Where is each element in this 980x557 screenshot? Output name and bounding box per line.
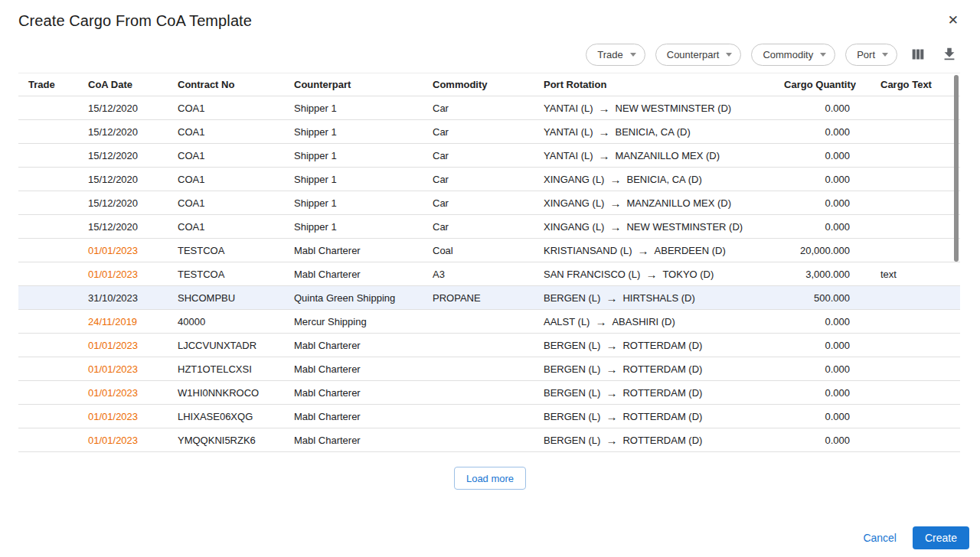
cell-contract-no: YMQQKNI5RZK6: [168, 435, 284, 446]
table-row[interactable]: 15/12/2020 COA1 Shipper 1 Car YANTAI (L)…: [18, 144, 960, 168]
cell-coa-date: 01/01/2023: [78, 435, 168, 446]
filter-trade-dropdown[interactable]: Trade: [586, 44, 645, 66]
arrow-right-icon: →: [606, 387, 617, 399]
cell-cargo-quantity: 20,000.000: [782, 245, 856, 256]
cell-port-rotation: AALST (L) → ABASHIRI (D): [534, 316, 782, 327]
table-row[interactable]: 24/11/2019 40000 Mercur Shipping AALST (…: [18, 310, 960, 334]
discharge-port: ROTTERDAM (D): [622, 411, 702, 422]
cell-commodity: Car: [423, 126, 534, 138]
cell-contract-no: COA1: [168, 221, 284, 233]
cell-coa-date: 24/11/2019: [78, 316, 168, 327]
cell-contract-no: COA1: [168, 150, 284, 161]
cell-port-rotation: YANTAI (L) → BENICIA, CA (D): [534, 126, 782, 138]
table-row[interactable]: 15/12/2020 COA1 Shipper 1 Car XINGANG (L…: [18, 168, 960, 191]
cell-cargo-quantity: 0.000: [782, 126, 856, 138]
filter-counterpart-dropdown[interactable]: Counterpart: [655, 44, 742, 66]
cell-coa-date: 15/12/2020: [78, 197, 168, 209]
table-row[interactable]: 15/12/2020 COA1 Shipper 1 Car XINGANG (L…: [18, 215, 960, 239]
discharge-port: ROTTERDAM (D): [622, 340, 702, 351]
download-icon[interactable]: [939, 44, 960, 65]
column-header-port-rotation: Port Rotation: [534, 79, 782, 90]
cell-port-rotation: BERGEN (L) → ROTTERDAM (D): [534, 387, 782, 399]
cell-cargo-quantity: 0.000: [782, 197, 856, 209]
arrow-right-icon: →: [645, 269, 657, 280]
column-header-counterpart: Counterpart: [284, 79, 423, 90]
dialog-title: Create Cargo From CoA Template: [18, 12, 252, 30]
cell-counterpart: Shipper 1: [284, 126, 423, 138]
table-header-row: Trade CoA Date Contract No Counterpart C…: [18, 73, 960, 96]
chevron-down-icon: [882, 53, 888, 57]
load-port: XINGANG (L): [544, 221, 604, 233]
cell-contract-no: 40000: [168, 316, 284, 327]
table-row[interactable]: 01/01/2023 HZT1OTELCXSI Mabl Charterer B…: [18, 357, 960, 381]
cell-commodity: Car: [423, 150, 534, 161]
cell-commodity: Car: [423, 174, 534, 185]
cell-cargo-quantity: 0.000: [782, 150, 856, 161]
cell-counterpart: Shipper 1: [284, 221, 423, 233]
table-row[interactable]: 31/10/2023 SHCOMPBU Quinta Green Shippin…: [18, 286, 960, 310]
cell-contract-no: TESTCOA: [168, 269, 284, 280]
discharge-port: ROTTERDAM (D): [622, 387, 702, 399]
discharge-port: BENICIA, CA (D): [626, 174, 701, 185]
cell-counterpart: Mabl Charterer: [284, 245, 423, 256]
arrow-right-icon: →: [606, 292, 617, 304]
cell-cargo-quantity: 3,000.000: [782, 269, 856, 280]
cell-cargo-quantity: 0.000: [782, 435, 856, 446]
discharge-port: TOKYO (D): [662, 269, 714, 280]
table-row[interactable]: 01/01/2023 YMQQKNI5RZK6 Mabl Charterer B…: [18, 428, 960, 452]
cell-port-rotation: XINGANG (L) → BENICIA, CA (D): [534, 174, 782, 185]
cell-counterpart: Mabl Charterer: [284, 363, 423, 375]
cell-counterpart: Mabl Charterer: [284, 411, 423, 422]
discharge-port: ROTTERDAM (D): [622, 363, 702, 375]
arrow-right-icon: →: [606, 411, 617, 422]
close-icon[interactable]: ✕: [945, 10, 962, 31]
vertical-scrollbar[interactable]: [954, 75, 959, 262]
filter-trade-label: Trade: [597, 49, 622, 60]
cell-contract-no: COA1: [168, 126, 284, 138]
create-button[interactable]: Create: [913, 526, 969, 549]
load-port: BERGEN (L): [544, 292, 600, 304]
filter-port-dropdown[interactable]: Port: [845, 44, 897, 66]
cell-cargo-quantity: 0.000: [782, 363, 856, 375]
discharge-port: MANZANILLO MEX (D): [616, 150, 720, 161]
table-row[interactable]: 01/01/2023 TESTCOA Mabl Charterer A3 SAN…: [18, 262, 960, 286]
table-row[interactable]: 01/01/2023 LJCCVUNXTADR Mabl Charterer B…: [18, 334, 960, 357]
discharge-port: MANZANILLO MEX (D): [626, 197, 731, 209]
load-port: KRISTIANSAND (L): [544, 245, 632, 256]
table-row[interactable]: 15/12/2020 COA1 Shipper 1 Car YANTAI (L)…: [18, 96, 960, 120]
chevron-down-icon: [820, 53, 826, 57]
cell-contract-no: COA1: [168, 103, 284, 114]
cell-coa-date: 01/01/2023: [78, 245, 168, 256]
load-more-button[interactable]: Load more: [454, 467, 526, 490]
column-header-contract-no: Contract No: [168, 79, 284, 90]
column-header-trade: Trade: [18, 79, 78, 90]
cell-commodity: A3: [423, 269, 534, 280]
cancel-button[interactable]: Cancel: [854, 527, 906, 549]
chevron-down-icon: [630, 53, 636, 57]
table-row[interactable]: 15/12/2020 COA1 Shipper 1 Car YANTAI (L)…: [18, 120, 960, 144]
cell-commodity: Car: [423, 197, 534, 209]
cell-coa-date: 15/12/2020: [78, 126, 168, 138]
cell-coa-date: 01/01/2023: [78, 363, 168, 375]
load-more-container: Load more: [0, 467, 980, 490]
cell-port-rotation: BERGEN (L) → ROTTERDAM (D): [534, 435, 782, 446]
cell-counterpart: Shipper 1: [284, 103, 423, 114]
table-row[interactable]: 01/01/2023 TESTCOA Mabl Charterer Coal K…: [18, 239, 960, 262]
discharge-port: NEW WESTMINSTER (D): [626, 221, 743, 233]
arrow-right-icon: →: [606, 363, 617, 375]
table-row[interactable]: 01/01/2023 W1HI0NNKROCO Mabl Charterer B…: [18, 381, 960, 405]
cell-port-rotation: SAN FRANCISCO (L) → TOKYO (D): [534, 269, 782, 280]
load-port: YANTAI (L): [544, 103, 593, 114]
table-row[interactable]: 01/01/2023 LHIXASE06XQG Mabl Charterer B…: [18, 405, 960, 428]
cell-contract-no: COA1: [168, 174, 284, 185]
cell-counterpart: Mercur Shipping: [284, 316, 423, 327]
table-row[interactable]: 15/12/2020 COA1 Shipper 1 Car XINGANG (L…: [18, 191, 960, 215]
filter-commodity-dropdown[interactable]: Commodity: [751, 44, 835, 66]
column-settings-icon[interactable]: [907, 44, 929, 65]
cell-cargo-quantity: 0.000: [782, 387, 856, 399]
discharge-port: HIRTSHALS (D): [622, 292, 694, 304]
cell-cargo-quantity: 500.000: [782, 292, 856, 304]
coa-template-table: Trade CoA Date Contract No Counterpart C…: [18, 73, 960, 452]
arrow-right-icon: →: [599, 150, 610, 161]
cell-port-rotation: BERGEN (L) → ROTTERDAM (D): [534, 411, 782, 422]
